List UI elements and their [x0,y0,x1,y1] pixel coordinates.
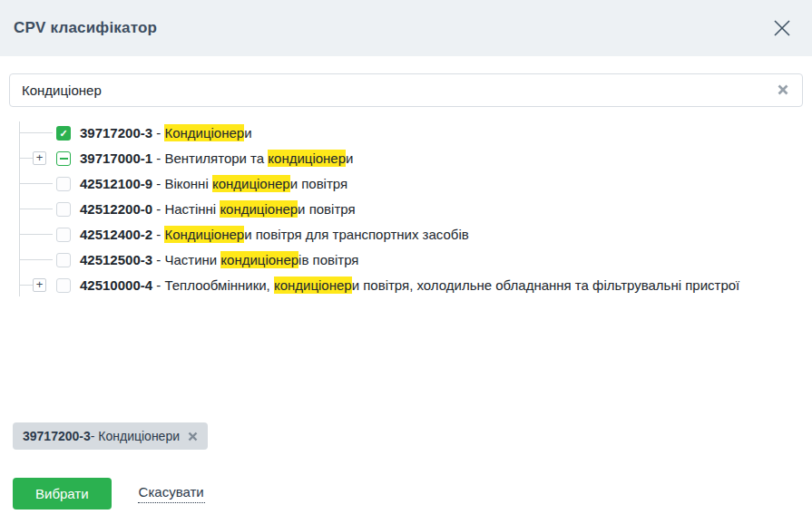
tree-row: + 39717000-1 - Вентилятори та кондиціоне… [0,146,812,171]
search-highlight: Кондиціонер [164,226,244,243]
search-highlight: кондиціонер [274,277,352,294]
modal-actions: Вибрати Скасувати [13,478,812,509]
tree-connector-line [19,132,53,133]
row-label[interactable]: 39717200-3 - Кондиціонери [0,121,812,146]
tree-connector-line [19,158,33,159]
tree-connector-line [19,183,53,184]
remove-tag-button[interactable] [188,432,198,442]
cancel-button[interactable]: Скасувати [138,484,205,503]
search-highlight: Кондиціонер [164,124,244,141]
expand-toggle[interactable]: + [33,278,46,292]
tree-connector-line [19,285,33,286]
close-button[interactable] [770,16,794,40]
tree-connector-line [19,234,53,235]
row-label[interactable]: 42512200-0 - Настінні кондиціонери повіт… [0,197,812,222]
search-input[interactable] [9,73,803,107]
row-checkbox[interactable] [56,202,71,217]
expand-toggle[interactable]: + [33,151,46,165]
modal-header: CPV класифікатор [0,0,812,56]
tree-connector-line [19,209,53,209]
clear-icon [778,84,788,95]
row-checkbox[interactable] [56,253,71,267]
search-highlight: кондиціонер [220,200,298,218]
tree-row: 42512100-9 - Віконні кондиціонери повітр… [0,171,812,197]
search-highlight: кондиціонер [220,251,298,268]
row-checkbox[interactable] [56,228,71,242]
row-label[interactable]: 42510000-4 - Теплообмінники, кондиціонер… [0,273,812,298]
close-icon [772,18,792,38]
tree-row: 42512400-2 - Кондиціонери повітря для тр… [0,222,812,247]
selected-tag-code: 39717200-3 [23,429,91,443]
tree-row: 42512200-0 - Настінні кондиціонери повіт… [0,197,812,222]
tree-row: + 42510000-4 - Теплообмінники, кондиціон… [0,273,812,298]
row-checkbox[interactable] [56,177,71,191]
cpv-tree: ✓ 39717200-3 - Кондиціонери + 39717000-1… [0,121,812,298]
selected-items-area: 39717200-3 - Кондиціонери [13,422,812,450]
row-label[interactable]: 42512400-2 - Кондиціонери повітря для тр… [0,222,812,247]
row-label[interactable]: 42512500-3 - Частини кондиціонерів повіт… [0,247,812,273]
modal-title: CPV класифікатор [14,19,157,37]
cpv-code: 42512100-9 [80,176,152,191]
cpv-code: 42510000-4 [80,277,152,293]
cpv-code: 42512400-2 [80,227,152,242]
row-checkbox[interactable] [56,278,71,293]
cpv-code: 39717200-3 [80,125,152,141]
search-highlight: кондиціонер [212,175,290,192]
tree-row: 42512500-3 - Частини кондиціонерів повіт… [0,247,812,273]
search-container [9,73,803,107]
select-button[interactable]: Вибрати [13,478,112,509]
cpv-code: 42512500-3 [80,252,152,267]
row-checkbox[interactable] [56,151,71,166]
row-checkbox[interactable]: ✓ [56,126,71,141]
search-highlight: кондиціонер [268,150,346,167]
selected-tag-label: - Кондиціонери [91,429,180,443]
selected-tag: 39717200-3 - Кондиціонери [13,422,208,450]
row-label[interactable]: 39717000-1 - Вентилятори та кондиціонери [0,146,812,171]
clear-search-button[interactable] [776,82,790,97]
cpv-classifier-modal: CPV класифікатор ✓ 39717200-3 - Кондиціо… [0,0,812,509]
tree-connector-line [19,259,53,260]
tree-row: ✓ 39717200-3 - Кондиціонери [0,121,812,146]
row-label[interactable]: 42512100-9 - Віконні кондиціонери повітр… [0,171,812,197]
remove-tag-icon [188,432,198,442]
cpv-code: 42512200-0 [80,201,152,217]
cpv-code: 39717000-1 [80,150,152,166]
